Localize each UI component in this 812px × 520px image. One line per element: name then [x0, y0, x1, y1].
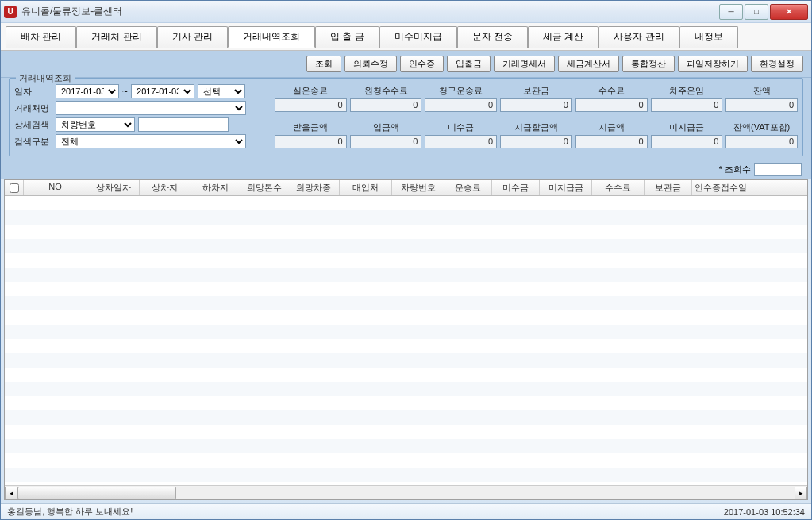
summary2-label-1: 입금액 [350, 120, 422, 135]
app-icon: U [4, 6, 17, 18]
summary2-value-5: 0 [651, 135, 723, 148]
column-header-11[interactable]: 수수료 [592, 180, 645, 195]
status-datetime: 2017-01-03 10:52:34 [724, 507, 805, 517]
menu-tab-5[interactable]: 미수미지급 [379, 26, 457, 48]
detail-value-input[interactable] [138, 117, 229, 132]
summary1-value-4: 0 [575, 98, 648, 112]
summary2-value-0: 0 [275, 135, 347, 148]
toolbar: 조회의뢰수정인수증입출금거래명세서세금계산서통합정산파일저장하기환경설정 [1, 51, 811, 78]
close-button[interactable]: ✕ [770, 4, 808, 20]
summary1-label-0: 실운송료 [275, 83, 347, 98]
statusbar: 홍길동님, 행복한 하루 보내세요! 2017-01-03 10:52:34 [1, 503, 811, 519]
date-preset-select[interactable]: 선택 [198, 84, 245, 98]
toolbar-button-6[interactable]: 통합정산 [622, 56, 675, 72]
summary1-value-3: 0 [500, 98, 572, 112]
summary1-value-1: 0 [350, 98, 422, 112]
toolbar-button-2[interactable]: 인수증 [400, 56, 444, 72]
menu-tab-3[interactable]: 거래내역조회 [228, 26, 315, 48]
group-select[interactable]: 전체 [56, 134, 246, 148]
summary1-value-2: 0 [425, 98, 497, 112]
app-window: U 유니콜/물류정보-콜센터 ─ □ ✕ 배차 관리거래처 관리기사 관리거래내… [0, 0, 812, 520]
toolbar-button-0[interactable]: 조회 [306, 56, 341, 72]
column-header-13[interactable]: 인수증접수일 [692, 180, 749, 195]
menu-tab-6[interactable]: 문자 전송 [457, 26, 528, 48]
column-header-9[interactable]: 미수금 [492, 180, 540, 195]
count-label: * 조회수 [719, 164, 751, 175]
summary1-label-6: 잔액 [725, 83, 798, 98]
summary2-value-2: 0 [425, 135, 497, 148]
filter-controls: 일자 2017-01-03 ~ 2017-01-03 선택 거래처명 [14, 82, 268, 151]
summary2-label-3: 지급할금액 [500, 120, 572, 135]
summary2-value-4: 0 [575, 135, 648, 148]
count-value [754, 163, 802, 176]
scroll-track[interactable] [17, 487, 795, 499]
summary1-label-4: 수수료 [575, 83, 648, 98]
menu-tab-9[interactable]: 내정보 [679, 26, 738, 48]
summary2-label-6: 잔액(VAT포함) [725, 120, 798, 135]
filter-area: 거래내역조회 일자 2017-01-03 ~ 2017-01-03 [1, 78, 811, 160]
menu-tab-8[interactable]: 사용자 관리 [598, 26, 679, 48]
column-header-4[interactable]: 희망톤수 [241, 180, 287, 195]
summary1-label-3: 보관금 [500, 83, 572, 98]
results-table: NO상차일자상차지하차지희망톤수희망차종매입처차량번호운송료미수금미지급금수수료… [4, 179, 808, 500]
summary2-label-2: 미수금 [425, 120, 497, 135]
minimize-button[interactable]: ─ [719, 4, 743, 20]
menu-tab-7[interactable]: 세금 계산 [528, 26, 598, 48]
select-all-checkbox[interactable] [10, 183, 19, 193]
detail-label: 상세검색 [14, 119, 52, 131]
menu-tab-2[interactable]: 기사 관리 [157, 26, 228, 48]
column-header-8[interactable]: 운송료 [444, 180, 492, 195]
detail-type-select[interactable]: 차량번호 [56, 117, 135, 132]
summary2-label-5: 미지급금 [651, 120, 723, 135]
summary1-label-2: 청구운송료 [425, 83, 497, 98]
filter-legend: 거래내역조회 [16, 72, 75, 84]
table-header: NO상차일자상차지하차지희망톤수희망차종매입처차량번호운송료미수금미지급금수수료… [5, 180, 807, 196]
scroll-thumb[interactable] [17, 487, 176, 499]
summary-panel: 실운송료원청수수료청구운송료보관금수수료차주운임잔액 0000000 받을금액입… [275, 82, 798, 151]
summary1-label-1: 원청수수료 [350, 83, 422, 98]
date-from-select[interactable]: 2017-01-03 [56, 84, 119, 98]
menu-tab-4[interactable]: 입 출 금 [315, 26, 379, 48]
toolbar-button-3[interactable]: 입출금 [447, 56, 491, 72]
maximize-button[interactable]: □ [745, 4, 768, 20]
menu-tab-1[interactable]: 거래처 관리 [76, 26, 156, 48]
column-header-0[interactable]: NO [24, 180, 87, 195]
scroll-left-arrow[interactable]: ◂ [5, 487, 17, 499]
scroll-right-arrow[interactable]: ▸ [795, 487, 807, 499]
toolbar-button-8[interactable]: 환경설정 [751, 56, 803, 72]
summary1-value-5: 0 [651, 98, 723, 112]
menu-tab-0[interactable]: 배차 관리 [6, 26, 76, 48]
client-select[interactable] [56, 101, 246, 115]
group-label: 검색구분 [14, 136, 52, 148]
summary1-value-6: 0 [725, 98, 798, 112]
summary2-label-4: 지급액 [575, 120, 648, 135]
window-controls: ─ □ ✕ [718, 4, 808, 20]
date-to-select[interactable]: 2017-01-03 [131, 84, 194, 98]
summary2-value-3: 0 [500, 135, 572, 148]
summary2-value-6: 0 [725, 135, 798, 148]
column-header-10[interactable]: 미지급금 [540, 180, 592, 195]
toolbar-button-4[interactable]: 거래명세서 [494, 56, 555, 72]
main-menubar: 배차 관리거래처 관리기사 관리거래내역조회입 출 금미수미지급문자 전송세금 … [1, 23, 811, 51]
horizontal-scrollbar[interactable]: ◂ ▸ [5, 485, 807, 499]
window-title: 유니콜/물류정보-콜센터 [21, 5, 718, 18]
column-header-2[interactable]: 상차지 [140, 180, 190, 195]
column-header-12[interactable]: 보관금 [645, 180, 692, 195]
date-label: 일자 [14, 86, 52, 98]
count-row: * 조회수 [1, 160, 811, 179]
toolbar-button-7[interactable]: 파일저장하기 [678, 56, 748, 72]
header-checkbox-cell [5, 180, 24, 195]
column-header-3[interactable]: 하차지 [190, 180, 241, 195]
column-header-1[interactable]: 상차일자 [87, 180, 140, 195]
summary1-label-5: 차주운임 [651, 83, 723, 98]
summary1-value-0: 0 [275, 98, 347, 112]
filter-fieldset: 거래내역조회 일자 2017-01-03 ~ 2017-01-03 [9, 78, 803, 156]
summary2-label-0: 받을금액 [275, 120, 347, 135]
column-header-5[interactable]: 희망차종 [287, 180, 340, 195]
table-body[interactable] [5, 196, 807, 485]
column-header-6[interactable]: 매입처 [340, 180, 392, 195]
status-message: 홍길동님, 행복한 하루 보내세요! [7, 506, 133, 518]
toolbar-button-5[interactable]: 세금계산서 [558, 56, 619, 72]
column-header-7[interactable]: 차량번호 [392, 180, 444, 195]
toolbar-button-1[interactable]: 의뢰수정 [344, 56, 397, 72]
